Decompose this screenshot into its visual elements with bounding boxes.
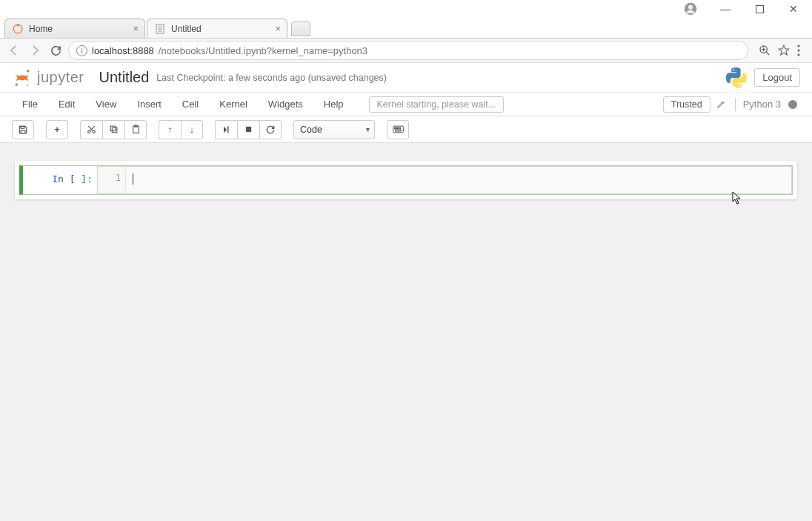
svg-rect-37 <box>395 130 401 131</box>
notebook-page: In [ ]: 1 <box>15 161 797 199</box>
insert-cell-button[interactable]: + <box>46 120 68 139</box>
tab-title: Untitled <box>171 24 202 34</box>
svg-rect-20 <box>21 126 24 128</box>
python-logo-icon <box>726 67 747 88</box>
divider <box>735 98 736 111</box>
svg-rect-36 <box>399 127 400 129</box>
chrome-menu-icon[interactable] <box>797 44 800 56</box>
menu-edit[interactable]: Edit <box>48 94 85 114</box>
menu-view[interactable]: View <box>85 94 127 114</box>
svg-rect-34 <box>394 127 396 129</box>
pencil-icon[interactable] <box>716 99 726 109</box>
mouse-cursor-icon <box>732 191 742 205</box>
zoom-icon[interactable] <box>759 44 771 56</box>
minimize-button[interactable]: — <box>708 0 742 18</box>
svg-rect-35 <box>396 127 398 129</box>
svg-rect-32 <box>246 127 251 132</box>
menu-help[interactable]: Help <box>313 94 354 114</box>
svg-rect-2 <box>756 5 763 13</box>
restart-button[interactable] <box>259 120 282 139</box>
close-window-button[interactable]: ✕ <box>776 0 811 18</box>
svg-point-19 <box>27 84 29 86</box>
user-account-icon[interactable] <box>680 0 701 19</box>
text-cursor <box>133 173 133 185</box>
svg-rect-21 <box>21 130 25 133</box>
save-button[interactable] <box>12 120 34 139</box>
jupyter-logo[interactable]: jupyter <box>12 67 84 88</box>
bookmark-star-icon[interactable] <box>778 44 790 56</box>
menu-cell[interactable]: Cell <box>172 94 209 114</box>
addressbar-actions <box>753 44 806 56</box>
jupyter-logo-text: jupyter <box>37 69 84 86</box>
menu-insert[interactable]: Insert <box>127 94 172 114</box>
url-host: localhost:8888 <box>92 45 154 56</box>
site-info-icon[interactable]: i <box>76 45 87 56</box>
code-cell[interactable]: In [ ]: 1 <box>19 165 793 195</box>
svg-rect-26 <box>112 127 117 133</box>
trusted-badge[interactable]: Trusted <box>663 96 710 113</box>
copy-button[interactable] <box>102 120 124 139</box>
code-editor[interactable] <box>126 167 791 193</box>
svg-marker-13 <box>779 45 788 55</box>
notebook-title[interactable]: Untitled <box>99 69 150 86</box>
browser-tab-untitled[interactable]: Untitled × <box>147 19 287 38</box>
svg-point-15 <box>797 49 799 51</box>
jupyter-menubar: File Edit View Insert Cell Kernel Widget… <box>0 93 812 116</box>
svg-rect-33 <box>393 126 403 133</box>
jupyter-header: jupyter Untitled Last Checkpoint: a few … <box>0 63 812 93</box>
svg-marker-30 <box>224 126 227 133</box>
menu-file[interactable]: File <box>12 94 48 114</box>
svg-point-4 <box>17 24 19 26</box>
jupyter-favicon-icon <box>13 24 23 34</box>
checkpoint-status: Last Checkpoint: a few seconds ago (unsa… <box>156 73 387 83</box>
cut-button[interactable] <box>80 120 102 139</box>
svg-point-1 <box>688 5 693 10</box>
line-number-gutter: 1 <box>98 167 126 193</box>
move-up-button[interactable]: ↑ <box>159 120 181 139</box>
svg-point-18 <box>15 83 18 86</box>
command-palette-button[interactable] <box>387 120 409 139</box>
kernel-busy-indicator <box>788 100 797 109</box>
logout-button[interactable]: Logout <box>754 68 800 87</box>
forward-button[interactable] <box>27 42 43 59</box>
kernel-status-message: Kernel starting, please wait... <box>369 96 505 113</box>
svg-rect-31 <box>227 126 229 133</box>
svg-point-17 <box>27 70 29 72</box>
jupyter-toolbar: + ↑ ↓ Code <box>0 116 812 143</box>
paste-button[interactable] <box>124 120 147 139</box>
cell-type-label: Code <box>300 125 322 135</box>
close-tab-icon[interactable]: × <box>133 23 139 34</box>
maximize-button[interactable] <box>742 0 776 18</box>
notebook-favicon-icon <box>155 24 165 34</box>
cell-input-area[interactable]: 1 <box>97 166 792 194</box>
move-down-button[interactable]: ↓ <box>181 120 203 139</box>
svg-line-10 <box>766 52 769 55</box>
window-titlebar: — ✕ <box>0 0 812 18</box>
run-button[interactable] <box>215 120 237 139</box>
cell-type-select[interactable]: Code <box>293 120 375 139</box>
kernel-name[interactable]: Python 3 <box>739 99 785 110</box>
reload-button[interactable] <box>47 44 64 57</box>
menu-kernel[interactable]: Kernel <box>209 94 258 114</box>
back-button[interactable] <box>6 42 22 59</box>
interrupt-button[interactable] <box>237 120 259 139</box>
svg-point-14 <box>797 44 799 47</box>
browser-tab-home[interactable]: Home × <box>4 19 145 38</box>
close-tab-icon[interactable]: × <box>275 23 281 34</box>
svg-point-16 <box>797 53 799 56</box>
notebook-container: In [ ]: 1 <box>0 143 812 521</box>
browser-addressbar: i localhost:8888/notebooks/Untitled.ipyn… <box>0 39 812 63</box>
browser-tabstrip: Home × Untitled × <box>0 18 812 39</box>
new-tab-button[interactable] <box>291 21 310 36</box>
tab-title: Home <box>29 24 53 34</box>
url-input[interactable]: i localhost:8888/notebooks/Untitled.ipyn… <box>68 41 748 60</box>
menu-widgets[interactable]: Widgets <box>258 94 313 114</box>
svg-rect-27 <box>110 126 116 131</box>
cell-prompt: In [ ]: <box>23 166 97 194</box>
url-path: /notebooks/Untitled.ipynb?kernel_name=py… <box>159 45 367 56</box>
